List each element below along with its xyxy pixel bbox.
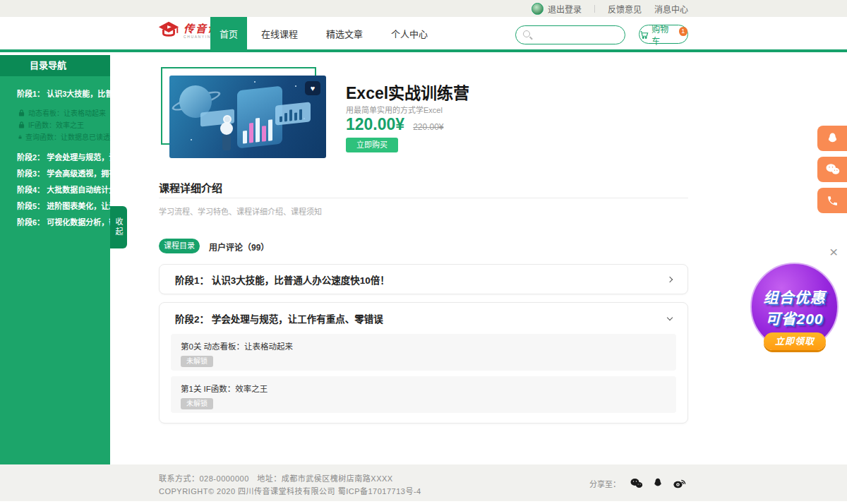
chart-panel-right (275, 102, 311, 125)
chevron-right-icon (138, 202, 143, 208)
tab-course-catalog[interactable]: 课程目录 (159, 239, 200, 253)
sidebar-lesson-1[interactable]: 动态看板：让表格动起来 (0, 107, 110, 119)
sidebar-stage-6[interactable]: 阶段6： 可视化数据分析，帮老板... (0, 213, 110, 229)
share-qq-icon[interactable] (652, 477, 663, 489)
promo-line-1: 组合优惠 (764, 286, 826, 307)
sidebar-stage-2-label: 阶段2： 学会处理与规范，让工作... (17, 151, 138, 162)
detail-tags: 学习流程、学习特色、课程详细介绍、课程须知 (159, 205, 322, 217)
sidebar-lesson-1-label: 动态看板：让表格动起来 (28, 107, 106, 118)
chevron-right-icon (138, 153, 143, 159)
menu-item-courses[interactable]: 在线课程 (247, 17, 312, 52)
cart-icon (639, 30, 649, 40)
user-avatar[interactable] (531, 3, 543, 15)
accordion-stage-1-title: 阶段1： 认识3大技能，比普通人办公速度快10倍！ (175, 272, 390, 287)
course-title: Excel实战训练营 (346, 80, 469, 104)
sidebar-stage-5[interactable]: 阶段5： 进阶图表美化，让汇报一... (0, 197, 110, 213)
lesson-title: 第1关 IF函数：效率之王 (181, 383, 666, 394)
footer-contact: 联系方式：028-0000000 地址：成都市武侯区槐树店南路XXXX (159, 472, 393, 484)
sidebar-title: 目录导航 (0, 55, 110, 76)
logout-link[interactable]: 退出登录 (548, 3, 582, 15)
section-divider (159, 198, 688, 198)
messages-link[interactable]: 消息中心 (654, 3, 688, 15)
sidebar-stage-1[interactable]: 阶段1： 认识3大技能，比普通人... (0, 85, 110, 101)
sidebar-lesson-2-label: IF函数：效率之王 (28, 119, 84, 130)
favorite-heart-icon[interactable]: ♥ (305, 81, 320, 95)
price-row: 120.00¥ 220.00¥ (346, 115, 444, 134)
search-bar: 搜索 (515, 25, 625, 44)
phone-contact-button[interactable] (817, 188, 847, 213)
menu-item-home[interactable]: 首页 (210, 17, 247, 52)
lesson-row-1[interactable]: 第1关 IF函数：效率之王 未解锁 (171, 376, 676, 413)
buy-now-button[interactable]: 立即购买 (346, 138, 398, 152)
accordion-stage-2: 阶段2： 学会处理与规范，让工作有重点、零错误 第0关 动态看板：让表格动起来 … (159, 302, 688, 424)
sidebar-stage-3[interactable]: 阶段3： 学会高级透视，拥有同时... (0, 164, 110, 181)
footer-copyright: COPYRIGHT© 2020 四川传音课堂科技有限公司 蜀ICP备170177… (159, 485, 421, 496)
sidebar-stage-4[interactable]: 阶段4： 大批数据自动统计分析，... (0, 181, 110, 197)
sidebar-lesson-3-label: 查询函数：让数据息已读透 (25, 131, 110, 142)
chevron-right-icon (667, 276, 673, 282)
lesson-title: 第0关 动态看板：让表格动起来 (181, 340, 666, 352)
lesson-row-0[interactable]: 第0关 动态看板：让表格动起来 未解锁 (171, 334, 676, 371)
footer: 联系方式：028-0000000 地址：成都市武侯区槐树店南路XXXX COPY… (0, 464, 847, 501)
accordion-stage-2-title: 阶段2： 学会处理与规范，让工作有重点、零错误 (175, 311, 383, 325)
menu-item-articles[interactable]: 精选文章 (312, 17, 377, 52)
graduation-cap-icon (157, 20, 181, 42)
cart-count-badge: 1 (679, 27, 687, 36)
course-subtitle: 用最简单实用的方式学Excel (346, 104, 443, 115)
lock-icon (18, 133, 22, 140)
topbar: 退出登录 反馈意见 消息中心 (0, 0, 847, 17)
chevron-right-icon (138, 169, 143, 175)
share-label: 分享至： (589, 478, 620, 489)
search-input[interactable] (516, 26, 625, 44)
lock-icon (18, 109, 25, 116)
locked-status-badge: 未解锁 (181, 398, 213, 409)
accordion-stage-1[interactable]: 阶段1： 认识3大技能，比普通人办公速度快10倍！ (159, 264, 688, 294)
wechat-icon (825, 163, 840, 176)
sidebar-lesson-3[interactable]: 查询函数：让数据息已读透 (0, 131, 110, 143)
chevron-down-icon (134, 89, 140, 95)
accordion-stage-2-header[interactable]: 阶段2： 学会处理与规范，让工作有重点、零错误 (160, 303, 687, 334)
detail-section-title: 课程详细介绍 (159, 180, 222, 195)
locked-status-badge: 未解锁 (181, 356, 213, 367)
current-price: 120.00¥ (346, 115, 404, 134)
share-weibo-icon[interactable] (673, 477, 686, 489)
feedback-link[interactable]: 反馈意见 (608, 3, 642, 15)
chevron-right-icon (138, 218, 143, 224)
catalog-sidebar: 目录导航 阶段1： 认识3大技能，比普通人... 动态看板：让表格动起来 IF函… (0, 55, 110, 464)
cart-button[interactable]: 购物车 1 (639, 25, 688, 44)
wechat-contact-button[interactable] (817, 157, 847, 182)
share-wechat-icon[interactable] (630, 478, 643, 489)
original-price: 220.00¥ (413, 122, 443, 132)
navbar: 传音课堂 CHUANYINKETANG 首页 在线课程 精选文章 个人中心 搜索… (0, 17, 847, 52)
share-bar: 分享至： (589, 477, 686, 489)
chevron-right-icon (138, 186, 143, 191)
promo-line-2: 可省200 (765, 307, 823, 328)
chevron-down-icon (667, 314, 673, 320)
sidebar-stage-2[interactable]: 阶段2： 学会处理与规范，让工作... (0, 148, 110, 164)
tab-user-comments[interactable]: 用户评论（99） (209, 241, 269, 253)
qq-contact-button[interactable] (817, 126, 847, 151)
cart-label: 购物车 (651, 23, 675, 47)
menu-item-profile[interactable]: 个人中心 (377, 17, 442, 52)
sidebar-stage-1-label: 阶段1： 认识3大技能，比普通人... (17, 88, 135, 99)
topbar-divider (594, 5, 595, 13)
phone-icon (827, 195, 839, 207)
promo-claim-button[interactable]: 立即领取 (764, 332, 826, 350)
promo-close-icon[interactable]: × (829, 244, 838, 259)
sidebar-collapse-button[interactable]: 收起 (110, 206, 127, 248)
main-menu: 首页 在线课程 精选文章 个人中心 (210, 17, 442, 52)
sidebar-lesson-2[interactable]: IF函数：效率之王 (0, 119, 110, 131)
sidebar-stage-3-label: 阶段3： 学会高级透视，拥有同时... (17, 167, 138, 179)
search-icon (523, 30, 530, 37)
course-cover-image[interactable]: ♥ (169, 76, 326, 158)
lock-icon (18, 121, 25, 128)
qq-icon (826, 132, 839, 145)
astronaut-illustration (222, 135, 231, 150)
sidebar-stage-4-label: 阶段4： 大批数据自动统计分析，... (17, 184, 138, 195)
